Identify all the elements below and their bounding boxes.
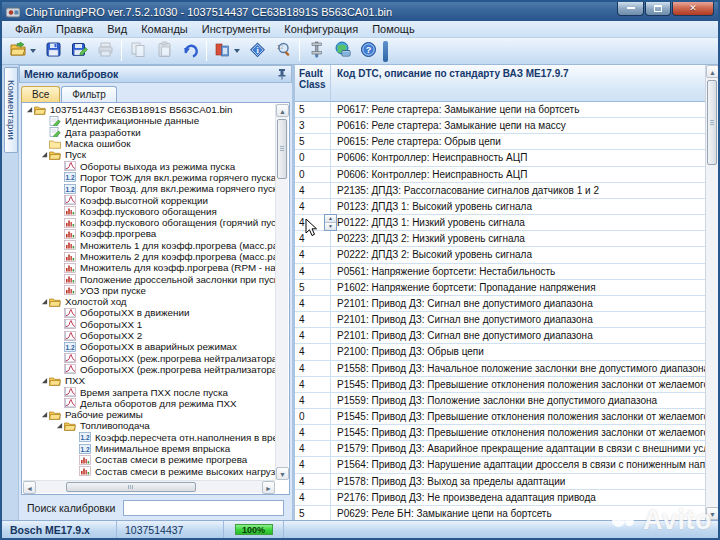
fault-table-row[interactable]: 0P0606: Контроллер: Неисправность АЦП [295, 167, 705, 183]
expander-icon[interactable] [40, 298, 49, 305]
fault-class-cell[interactable]: 4 [295, 377, 331, 392]
tools-button[interactable] [303, 40, 329, 63]
fault-table-row[interactable]: 4P1564: Привод ДЗ: Нарушение адаптации д… [295, 457, 705, 473]
expander-icon[interactable] [25, 106, 34, 113]
fault-table-row[interactable]: 5P1602: Напряжение бортсети: Пропадание … [295, 280, 705, 296]
fault-class-cell[interactable]: 4 [295, 490, 331, 505]
tree-item[interactable]: Положение дроссельной заслонки при пуске [23, 273, 275, 284]
save-as-button[interactable] [66, 40, 92, 63]
tree-item[interactable]: Маска ошибок [23, 138, 275, 149]
print-button[interactable] [92, 40, 118, 63]
scroll-up-icon[interactable]: ▲ [706, 65, 718, 78]
dtc-description-cell[interactable]: P1559: Привод ДЗ: Положение заслонки вне… [331, 393, 705, 408]
fault-table-row[interactable]: 4P1578: Привод ДЗ: Выход за пределы адап… [295, 474, 705, 490]
fault-class-cell[interactable]: 4 [295, 296, 331, 311]
menu-item[interactable]: Вид [100, 22, 134, 36]
scroll-right-icon[interactable]: ► [262, 481, 275, 494]
scroll-down-icon[interactable]: ▼ [276, 467, 289, 480]
fault-table-row[interactable]: 5P0615: Реле стартера: Обрыв цепи [295, 134, 705, 150]
dtc-description-cell[interactable]: P2101: Привод ДЗ: Сигнал вне допустимого… [331, 328, 705, 343]
dtc-description-cell[interactable]: P1545: Привод ДЗ: Превышение отклонения … [331, 409, 705, 424]
fault-class-cell[interactable]: 5 [295, 134, 331, 149]
tree-vertical-scrollbar[interactable]: ▲ ▼ [275, 104, 288, 480]
tree-item[interactable]: ОборотыХХ 2 [23, 330, 275, 341]
dtc-description-cell[interactable]: P0123: ДПДЗ 1: Высокий уровень сигнала [331, 199, 705, 214]
fault-table-row[interactable]: 4P0123: ДПДЗ 1: Высокий уровень сигнала [295, 199, 705, 215]
fault-table-row[interactable]: 4P2101: Привод ДЗ: Сигнал вне допустимог… [295, 312, 705, 328]
fault-table-row[interactable]: 4P1558: Привод ДЗ: Начальное положение з… [295, 361, 705, 377]
fault-class-cell[interactable]: 4 [295, 199, 331, 214]
tree-item[interactable]: Коэфф.пускового обогащения [23, 206, 275, 217]
fault-class-cell[interactable]: 0 [295, 150, 331, 165]
tree-item[interactable]: Холостой ход [23, 296, 275, 307]
fault-class-cell[interactable]: 4 [295, 247, 331, 262]
tree-item[interactable]: Идентификационные данные [23, 115, 275, 126]
column-header-dtc[interactable]: Код DTC, описание по стандарту ВАЗ МЕ17.… [331, 65, 705, 101]
fault-class-cell[interactable]: 4 [295, 393, 331, 408]
fault-table-row[interactable]: 0P1545: Привод ДЗ: Превышение отклонения… [295, 409, 705, 425]
fault-table-row[interactable]: 4P2101: Привод ДЗ: Сигнал вне допустимог… [295, 296, 705, 312]
fault-class-cell[interactable]: 5 [295, 280, 331, 295]
tree-item[interactable]: 1.2Порог Твозд. для вкл.режима горячего … [23, 183, 275, 194]
column-header-fault-class[interactable]: Fault Class [295, 65, 331, 101]
fault-class-cell[interactable]: 4 [295, 441, 331, 456]
copy-button[interactable] [125, 40, 151, 63]
dtc-description-cell[interactable]: P1579: Привод ДЗ: Аварийное прекращение … [331, 441, 705, 456]
help-button[interactable]: ? [355, 40, 381, 63]
tree-item[interactable]: Коэфф.высотной коррекции [23, 194, 275, 205]
open-file-button[interactable] [6, 40, 40, 63]
fault-class-spinner[interactable]: ▲▼ [324, 214, 337, 231]
dtc-description-cell[interactable]: P0223: ДПДЗ 2: Низкий уровень сигнала [331, 231, 705, 246]
scroll-left-icon[interactable]: ◄ [23, 481, 36, 494]
save-button[interactable] [40, 40, 66, 63]
tree-item[interactable]: 1.2Порог ТОЖ для вкл.режима горячего пус… [23, 172, 275, 183]
fault-table-row[interactable]: 5P0617: Реле стартера: Замыкание цепи на… [295, 102, 705, 118]
dtc-description-cell[interactable]: P0122: ДПДЗ 1: Низкий уровень сигнала [331, 215, 705, 230]
fault-class-cell[interactable]: 0 [295, 167, 331, 182]
fault-class-cell[interactable]: 5 [295, 102, 331, 117]
fault-table-row[interactable]: 4P2101: Привод ДЗ: Сигнал вне допустимог… [295, 328, 705, 344]
tree-item[interactable]: Пуск [23, 149, 275, 160]
compare-button[interactable] [210, 40, 244, 63]
search-input[interactable] [123, 500, 284, 516]
tree-item[interactable]: Дата разработки [23, 127, 275, 138]
dtc-description-cell[interactable]: P0615: Реле стартера: Обрыв цепи [331, 134, 705, 149]
dtc-description-cell[interactable]: P2101: Привод ДЗ: Сигнал вне допустимого… [331, 312, 705, 327]
dtc-description-cell[interactable]: P0616: Реле стартера: Замыкание цепи на … [331, 118, 705, 133]
fault-table-row[interactable]: 0P0606: Контроллер: Неисправность АЦП [295, 150, 705, 166]
tree-item[interactable]: Коэфф.прогрева [23, 228, 275, 239]
spinner-down-icon[interactable]: ▼ [325, 223, 336, 230]
dtc-description-cell[interactable]: P0561: Напряжение бортсети: Нестабильнос… [331, 264, 705, 279]
tree-item[interactable]: 1.2ОборотыХХ в аварийных режимах [23, 341, 275, 352]
fault-table-row[interactable]: 4P2100: Привод ДЗ: Обрыв цепи [295, 344, 705, 360]
comments-tab[interactable]: Комментарии [4, 67, 18, 153]
undo-button[interactable] [177, 40, 203, 63]
menu-item[interactable]: Помощь [365, 22, 422, 36]
tree-item[interactable]: ОборотыХХ в движении [23, 307, 275, 318]
title-bar[interactable]: ChipTuningPRO ver.7.5.2.1030 - 103751443… [2, 2, 718, 21]
menu-item[interactable]: Конфигурация [277, 22, 365, 36]
tree-item[interactable]: Дельта оборотов для режима ПХХ [23, 398, 275, 409]
dtc-description-cell[interactable]: P0617: Реле стартера: Замыкание цепи на … [331, 102, 705, 117]
dropdown-arrow-icon[interactable] [30, 49, 36, 53]
expander-icon[interactable] [40, 151, 49, 158]
tree-item[interactable]: Множитель 2 для коэфф.прогрева (масс.рас… [23, 251, 275, 262]
fault-table-row[interactable]: 4P1545: Привод ДЗ: Превышение отклонения… [295, 377, 705, 393]
fault-table-row[interactable]: 3P0616: Реле стартера: Замыкание цепи на… [295, 118, 705, 134]
fault-class-cell[interactable]: 4 [295, 312, 331, 327]
tree-item[interactable]: ОборотыХХ 1 [23, 319, 275, 330]
web-update-button[interactable] [329, 40, 355, 63]
tree-item[interactable]: 1037514437 CE63B1891S B563CA01.bin [23, 104, 275, 115]
fault-class-cell[interactable]: 4 [295, 344, 331, 359]
fault-class-cell[interactable]: 4 [295, 183, 331, 198]
tree-item[interactable]: Обороты выхода из режима пуска [23, 160, 275, 171]
calibration-tab-all[interactable]: Все [21, 86, 60, 102]
tree-item[interactable]: Рабочие режимы [23, 409, 275, 420]
dtc-description-cell[interactable]: P0222: ДПДЗ 2: Высокий уровень сигнала [331, 247, 705, 262]
calibration-tab-filter[interactable]: Фильтр [61, 86, 117, 102]
fault-class-cell[interactable]: 3 [295, 118, 331, 133]
tree-item[interactable]: 1.2Минимальное время впрыска [23, 443, 275, 454]
minimize-button[interactable] [617, 2, 644, 16]
tree-item[interactable]: Топливоподача [23, 420, 275, 431]
tree-item[interactable]: Состав смеси в режиме прогрева [23, 454, 275, 465]
